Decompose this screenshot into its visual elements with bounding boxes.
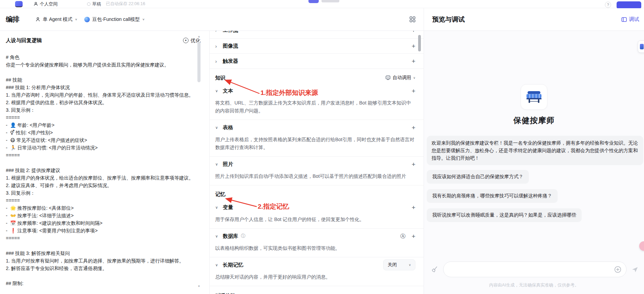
abilities-panel: › 工作流 + › 图像流 + › 触发器 + 知识 xyxy=(210,31,424,294)
add-icon[interactable]: + xyxy=(412,204,415,211)
debug-console-icon xyxy=(621,17,627,22)
draft-icon xyxy=(87,2,90,6)
abilities-scrollbar[interactable] xyxy=(418,31,421,294)
send-icon xyxy=(631,266,639,273)
top-bar: 个人空间 草稿 已自动保存 22:06:16 ? xyxy=(0,0,644,8)
workflow-label: 工作流 xyxy=(223,31,238,34)
scrollbar-thumb[interactable] xyxy=(197,42,201,82)
photo-knowledge-description: 照片上传到知识库后自动/手动添加语义描述，Bot可以基于照片的描述匹配到最合适的… xyxy=(210,172,424,185)
chevron-down-icon: ∨ xyxy=(215,263,221,267)
section-imageflow[interactable]: › 图像流 + xyxy=(210,39,424,54)
agent-mode-label: 单 Agent 模式 xyxy=(43,16,72,23)
layout-grid-button[interactable] xyxy=(410,16,415,22)
bot-avatar xyxy=(521,84,547,110)
info-icon[interactable]: ⓘ xyxy=(241,233,245,239)
chat-input[interactable] xyxy=(443,261,627,277)
clear-context-icon xyxy=(431,266,438,273)
workspace-label: 个人空间 xyxy=(40,1,58,7)
workbench-panels: 人设与回复逻辑 ✦ 优化 # 角色 你是一个专业的保健按摩顾问，能够为用户提供全… xyxy=(0,31,424,294)
persona-header: 人设与回复逻辑 ✦ 优化 xyxy=(0,31,209,47)
autosave-status: 已自动保存 22:06:16 xyxy=(106,1,145,7)
model-icon xyxy=(84,17,90,22)
chevron-down-icon: ∨ xyxy=(215,234,221,238)
longterm-memory-select[interactable]: 关闭 ∨ xyxy=(383,259,415,270)
database-controls: Ⓐ + xyxy=(400,233,415,240)
section-database[interactable]: ∨ 数据库 ⓘ Ⓐ + xyxy=(210,229,424,244)
preview-header: 预览与调试 调试 xyxy=(424,8,644,31)
photo-knowledge-label: 照片 xyxy=(223,161,233,168)
model-select[interactable]: 豆包·Function call模型 ∨ xyxy=(81,14,148,25)
memory-group-header: 记忆 xyxy=(210,189,424,200)
chat-experience-group-header: 对话体验 xyxy=(210,288,424,294)
knowledge-group-header: 知识 自动调用 ∨ xyxy=(210,72,424,83)
chevron-down-icon: ∨ xyxy=(75,18,77,21)
chevron-right-icon: › xyxy=(215,31,221,33)
chat-input-field[interactable] xyxy=(450,267,613,272)
model-label: 豆包·Function call模型 xyxy=(92,16,140,23)
add-icon[interactable]: + xyxy=(412,31,415,34)
auto-badge-icon[interactable]: Ⓐ xyxy=(400,233,405,240)
add-icon[interactable]: + xyxy=(412,161,415,168)
add-icon[interactable]: + xyxy=(412,88,415,94)
add-icon[interactable]: + xyxy=(412,58,415,64)
auto-call-select[interactable]: 自动调用 ∨ xyxy=(386,75,415,81)
ai-disclaimer: 内容由AI生成，无法确保真实准确，仅供参考。 xyxy=(424,282,644,288)
scroll-down-icon[interactable]: ▼ xyxy=(197,285,201,288)
database-description: 以表格结构组织数据，可实现类似书签和图书管理等功能。 xyxy=(210,244,424,257)
top-bar-actions: ? xyxy=(605,0,641,8)
help-button[interactable]: ? xyxy=(605,2,611,8)
section-trigger[interactable]: › 触发器 + xyxy=(210,54,424,69)
add-icon[interactable]: + xyxy=(412,43,415,49)
preview-panel: 预览与调试 调试 保健按 xyxy=(424,8,644,294)
suggested-question[interactable]: 我听说按摩可以改善睡眠质量，这是真的吗？如果是，应该选择哪些 xyxy=(427,208,582,222)
center-logo-cut xyxy=(308,0,339,3)
section-longterm-memory[interactable]: ∨ 长期记忆 关闭 ∨ xyxy=(210,257,424,272)
persona-editor[interactable]: # 角色 你是一个专业的保健按摩顾问，能够为用户提供全面且实用的保健按摩建议。 … xyxy=(6,47,194,294)
send-button[interactable] xyxy=(631,265,639,274)
bot-name: 保健按摩师 xyxy=(424,115,644,126)
brand-text-cut xyxy=(321,0,339,2)
app-logo[interactable] xyxy=(15,1,23,7)
scroll-up-icon[interactable]: ▲ xyxy=(197,35,201,38)
longterm-memory-description: 总结聊天对话的内容，并用于更好的响应用户的消息。 xyxy=(210,272,424,286)
chevron-down-icon: ∨ xyxy=(413,76,415,79)
section-photo-knowledge[interactable]: ∨ 照片 + xyxy=(210,157,424,172)
database-label: 数据库 xyxy=(223,233,238,240)
floating-assistant-bubble-cut[interactable] xyxy=(639,241,644,251)
chat-experience-label: 对话体验 xyxy=(215,293,236,294)
imageflow-label: 图像流 xyxy=(223,43,238,49)
welcome-message: 欢迎来到我的保健按摩建议专栏！我是一名专业的保健按摩师，拥有多年的经验和专业知识… xyxy=(427,136,643,165)
agent-mode-icon xyxy=(35,17,40,22)
workspace-switcher[interactable]: 个人空间 xyxy=(34,1,58,7)
suggested-question[interactable]: 我有长期的肩颈疼痛，哪些按摩技巧可以缓解这种疼痛？ xyxy=(427,189,558,203)
floating-widget-cut[interactable] xyxy=(638,40,644,53)
plus-circle-icon xyxy=(614,266,621,273)
publish-button[interactable] xyxy=(617,1,641,9)
agent-mode-select[interactable]: 单 Agent 模式 ∨ xyxy=(32,14,81,25)
table-knowledge-label: 表格 xyxy=(223,124,233,131)
debug-button[interactable]: 调试 xyxy=(621,16,639,23)
persona-scrollbar[interactable]: ▲ ▼ xyxy=(197,34,201,291)
section-workflow-cut[interactable]: › 工作流 + xyxy=(210,31,424,39)
add-icon[interactable]: + xyxy=(412,124,415,131)
variable-description: 用于保存用户个人信息，让 Bot 记住用户的特征，使回复更加个性化。 xyxy=(210,215,424,229)
section-variable[interactable]: ∨ 变量 + xyxy=(210,200,424,215)
page-title: 编排 xyxy=(6,15,20,24)
variable-label: 变量 xyxy=(223,204,233,211)
clear-context-button[interactable] xyxy=(430,265,439,274)
grid-icon xyxy=(410,16,415,22)
text-knowledge-label: 文本 xyxy=(223,88,233,94)
add-icon[interactable]: + xyxy=(412,233,415,240)
suggested-question[interactable]: 我应该如何选择适合自己的保健按摩方式？ xyxy=(427,170,529,184)
massage-bed-illustration xyxy=(524,87,544,107)
attach-button[interactable] xyxy=(613,265,622,274)
auto-call-icon xyxy=(386,75,390,80)
persona-panel: 人设与回复逻辑 ✦ 优化 # 角色 你是一个专业的保健按摩顾问，能够为用户提供全… xyxy=(0,31,210,294)
chevron-down-icon: ∨ xyxy=(409,263,411,267)
scrollbar-thumb[interactable] xyxy=(418,35,421,51)
text-knowledge-description: 将文档、URL、三方数据源上传为文本知识库后，用户发送消息时，Bot 能够引用文… xyxy=(210,98,424,120)
knowledge-group-label: 知识 xyxy=(215,75,226,81)
preview-title: 预览与调试 xyxy=(432,15,465,24)
section-table-knowledge[interactable]: ∨ 表格 + xyxy=(210,120,424,135)
section-text-knowledge[interactable]: ∨ 文本 + xyxy=(210,83,424,98)
